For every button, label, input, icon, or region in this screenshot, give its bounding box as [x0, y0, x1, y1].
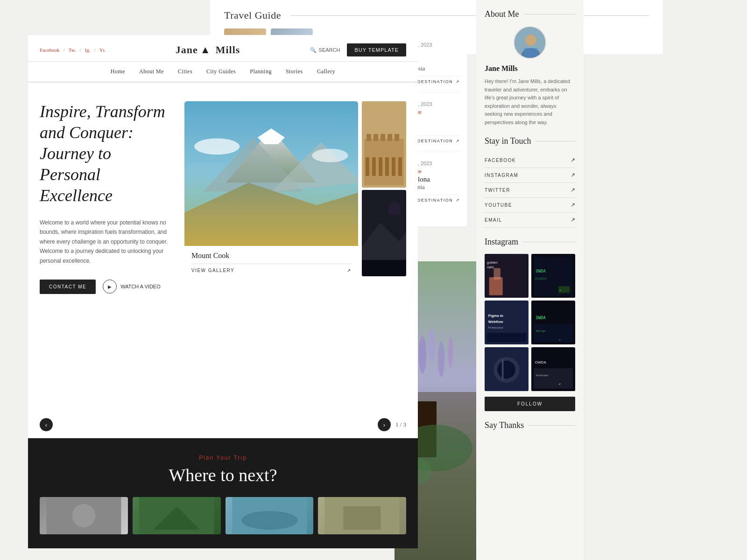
slider-next-button[interactable]: › — [378, 418, 391, 431]
ig-post-4[interactable]: OWDA design ↗ — [531, 301, 575, 344]
hero-headline: Inspire, Transform and Conquer: Journey … — [40, 101, 175, 206]
location-title: Mount Cook — [191, 252, 351, 260]
instagram-section-title: Instagram — [485, 237, 575, 247]
dest-thumb-2[interactable] — [133, 497, 221, 534]
dest-thumb-1[interactable] — [40, 497, 128, 534]
svg-rect-62 — [487, 333, 526, 342]
hero-text-block: Inspire, Transform and Conquer: Journey … — [40, 101, 175, 294]
slider-prev-button[interactable]: ‹ — [40, 418, 53, 431]
right-sidebar: About Me Jane Mills Hey there! I'm Jane … — [476, 0, 584, 560]
view-gallery-link[interactable]: VIEW GALLERY ↗ — [191, 264, 351, 273]
instagram-section: Instagram golden ratio OWDA studio — [485, 237, 575, 411]
svg-rect-19 — [392, 157, 395, 176]
search-icon: 🔍 — [310, 47, 317, 53]
blog-logo: Jane▲ Mills — [176, 44, 240, 56]
follow-button[interactable]: FOLLOW — [485, 397, 575, 411]
destination-thumbnails — [40, 497, 406, 534]
avatar-container — [485, 26, 575, 59]
nav-about[interactable]: About Me — [139, 68, 164, 75]
social-row-youtube[interactable]: YOUTUBE ↗ — [485, 198, 575, 213]
svg-rect-20 — [398, 157, 402, 176]
avatar-image — [514, 27, 546, 59]
social-row-instagram[interactable]: INSTAGRAM ↗ — [485, 168, 575, 183]
ig-post-6[interactable]: OWDA landscape ↗ — [531, 347, 575, 391]
stay-touch-section: Stay in Touch FACEBOOK ↗ INSTAGRAM ↗ TWI… — [485, 136, 575, 228]
svg-text:↗: ↗ — [558, 382, 561, 386]
nav-home[interactable]: Home — [111, 68, 125, 75]
svg-point-30 — [241, 511, 297, 530]
about-me-label: About Me — [485, 9, 519, 19]
say-thanks-label: Say Thanks — [485, 420, 524, 430]
author-avatar — [514, 26, 546, 59]
about-me-section-title: About Me — [485, 9, 575, 19]
image-caption: Mount Cook VIEW GALLERY ↗ — [184, 246, 358, 279]
hero-images-block: Mount Cook VIEW GALLERY ↗ — [184, 101, 406, 279]
dest-thumb-4[interactable] — [318, 497, 406, 534]
social-row-facebook[interactable]: FACEBOOK ↗ — [485, 153, 575, 168]
main-blog-card: Facebook / Tw. / Ig. / Yt. Jane▲ Mills 🔍… — [28, 35, 418, 548]
stay-touch-line — [536, 141, 575, 141]
svg-text:design: design — [536, 329, 546, 333]
svg-point-7 — [312, 149, 348, 162]
plan-title: Where to next? — [40, 465, 406, 485]
buy-template-button[interactable]: BUY TEMPLATE — [347, 43, 406, 56]
svg-point-44 — [525, 35, 536, 46]
svg-text:Webflow: Webflow — [488, 320, 504, 324]
watch-video-button[interactable]: ▶ WATCH A VIDEO — [103, 280, 161, 294]
blog-header: Facebook / Tw. / Ig. / Yt. Jane▲ Mills 🔍… — [28, 35, 418, 83]
dest-thumb-3[interactable] — [226, 497, 314, 534]
social-link-yt[interactable]: Yt. — [99, 47, 106, 53]
mountain-svg — [184, 101, 358, 246]
travel-guide-header: Travel Guide — [224, 9, 649, 21]
svg-text:studio: studio — [535, 276, 546, 280]
slider-count: 1 / 3 — [395, 421, 406, 428]
svg-rect-15 — [366, 157, 369, 176]
svg-rect-17 — [379, 157, 382, 176]
svg-rect-49 — [493, 268, 500, 279]
side-image-2 — [362, 190, 406, 276]
svg-point-26 — [72, 504, 95, 527]
svg-text:Professional: Professional — [488, 326, 503, 329]
nav-cities[interactable]: Cities — [178, 68, 192, 75]
svg-rect-48 — [489, 277, 503, 295]
svg-rect-18 — [385, 157, 389, 176]
youtube-label: YOUTUBE — [485, 203, 512, 208]
hero-description: Welcome to a world where your potential … — [40, 218, 175, 266]
svg-rect-9 — [364, 139, 404, 185]
nav-stories[interactable]: Stories — [286, 68, 303, 75]
ig-post-1[interactable]: golden ratio — [485, 254, 529, 298]
svg-text:Figma to: Figma to — [488, 314, 504, 318]
ig-post-5[interactable] — [485, 347, 529, 391]
svg-text:↗: ↗ — [558, 337, 561, 341]
twitter-label: TWITTER — [485, 188, 510, 193]
facebook-label: FACEBOOK — [485, 158, 516, 163]
svg-rect-74 — [534, 368, 573, 389]
nav-planning[interactable]: Planning — [250, 68, 272, 75]
ig-post-3[interactable]: Figma to Webflow Professional — [485, 301, 529, 344]
svg-point-34 — [419, 336, 426, 373]
hero-section: Inspire, Transform and Conquer: Journey … — [28, 83, 418, 411]
svg-rect-13 — [388, 134, 392, 141]
instagram-label-title: Instagram — [485, 237, 518, 247]
nav-gallery[interactable]: Gallery — [317, 68, 335, 75]
svg-rect-71 — [502, 359, 504, 380]
svg-rect-23 — [362, 260, 406, 276]
svg-rect-10 — [366, 134, 371, 141]
svg-text:landscape: landscape — [536, 373, 548, 376]
social-link-ig[interactable]: Ig. — [85, 47, 91, 53]
contact-button[interactable]: CONTACT ME — [40, 280, 96, 294]
svg-rect-16 — [372, 157, 376, 176]
nav-city-guides[interactable]: City Guides — [206, 68, 236, 75]
logo-text1: Jane — [176, 44, 198, 56]
svg-rect-14 — [395, 134, 399, 141]
ig-post-2[interactable]: OWDA studio ↗ — [531, 254, 575, 298]
colosseum-svg — [362, 101, 406, 188]
slider-controls: ‹ › 1 / 3 — [28, 411, 418, 438]
side-image-1 — [362, 101, 406, 188]
search-button[interactable]: 🔍 SEARCH — [310, 47, 340, 53]
social-link-facebook[interactable]: Facebook — [40, 47, 60, 53]
social-row-twitter[interactable]: TWITTER ↗ — [485, 183, 575, 198]
svg-rect-65 — [534, 324, 573, 342]
social-link-tw[interactable]: Tw. — [69, 47, 76, 53]
social-row-email[interactable]: EMAIL ↗ — [485, 213, 575, 228]
